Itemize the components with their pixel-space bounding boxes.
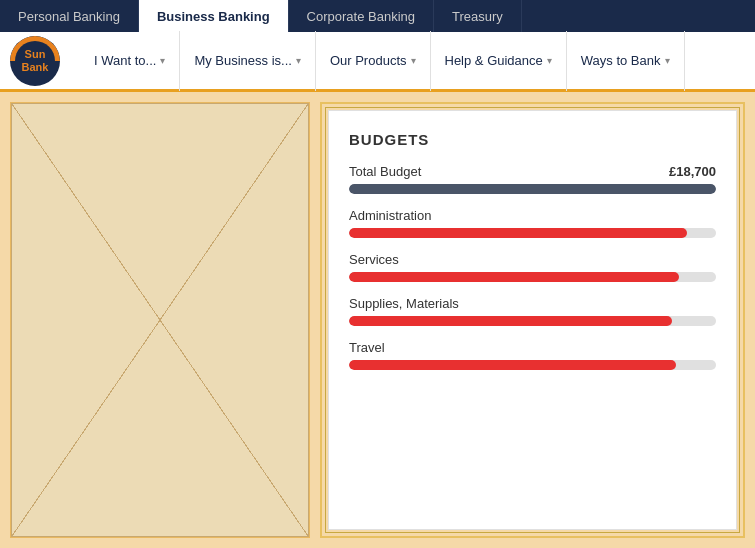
main-content: BUDGETS Total Budget £18,700 Administrat…: [0, 92, 755, 548]
nav-corporate-banking[interactable]: Corporate Banking: [289, 0, 434, 32]
budget-services-bar-fill: [349, 272, 679, 282]
budgets-card: BUDGETS Total Budget £18,700 Administrat…: [328, 110, 737, 530]
nav-business-banking[interactable]: Business Banking: [139, 0, 289, 32]
budget-administration-header: Administration: [349, 208, 716, 223]
top-nav: Personal Banking Business Banking Corpor…: [0, 0, 755, 32]
chevron-down-icon: ▾: [296, 55, 301, 66]
secondary-nav-items: I Want to... ▾ My Business is... ▾ Our P…: [80, 31, 685, 91]
logo-circle: Sun Bank: [10, 36, 60, 86]
budget-travel-label: Travel: [349, 340, 385, 355]
nav-item-waystobank[interactable]: Ways to Bank ▾: [567, 31, 685, 91]
budget-supplies-label: Supplies, Materials: [349, 296, 459, 311]
budget-total: Total Budget £18,700: [349, 164, 716, 194]
budget-supplies-bar-bg: [349, 316, 716, 326]
budget-item-travel: Travel: [349, 340, 716, 370]
budget-supplies-bar-fill: [349, 316, 672, 326]
chevron-down-icon: ▾: [160, 55, 165, 66]
budget-total-header: Total Budget £18,700: [349, 164, 716, 179]
budget-services-header: Services: [349, 252, 716, 267]
budget-travel-bar-bg: [349, 360, 716, 370]
logo-text: Sun Bank: [22, 48, 49, 72]
logo[interactable]: Sun Bank: [10, 36, 60, 86]
budget-administration-bar-bg: [349, 228, 716, 238]
secondary-nav: Sun Bank I Want to... ▾ My Business is..…: [0, 32, 755, 92]
right-panel: BUDGETS Total Budget £18,700 Administrat…: [320, 102, 745, 538]
left-panel: [10, 102, 310, 538]
budget-total-label: Total Budget: [349, 164, 421, 179]
budgets-title: BUDGETS: [349, 131, 716, 148]
budget-services-bar-bg: [349, 272, 716, 282]
budget-services-label: Services: [349, 252, 399, 267]
budget-item-supplies: Supplies, Materials: [349, 296, 716, 326]
budget-travel-bar-fill: [349, 360, 676, 370]
budget-total-bar-bg: [349, 184, 716, 194]
nav-treasury[interactable]: Treasury: [434, 0, 522, 32]
nav-personal-banking[interactable]: Personal Banking: [0, 0, 139, 32]
nav-item-helpguidance[interactable]: Help & Guidance ▾: [431, 31, 567, 91]
nav-item-mybusiness[interactable]: My Business is... ▾: [180, 31, 316, 91]
budget-travel-header: Travel: [349, 340, 716, 355]
budget-administration-bar-fill: [349, 228, 687, 238]
budget-item-administration: Administration: [349, 208, 716, 238]
chevron-down-icon: ▾: [665, 55, 670, 66]
budget-supplies-header: Supplies, Materials: [349, 296, 716, 311]
chevron-down-icon: ▾: [411, 55, 416, 66]
placeholder-image: [11, 103, 309, 537]
budget-administration-label: Administration: [349, 208, 431, 223]
budget-total-value: £18,700: [669, 164, 716, 179]
budget-total-bar-fill: [349, 184, 716, 194]
budget-item-services: Services: [349, 252, 716, 282]
nav-item-iwantto[interactable]: I Want to... ▾: [80, 31, 180, 91]
nav-item-ourproducts[interactable]: Our Products ▾: [316, 31, 431, 91]
chevron-down-icon: ▾: [547, 55, 552, 66]
